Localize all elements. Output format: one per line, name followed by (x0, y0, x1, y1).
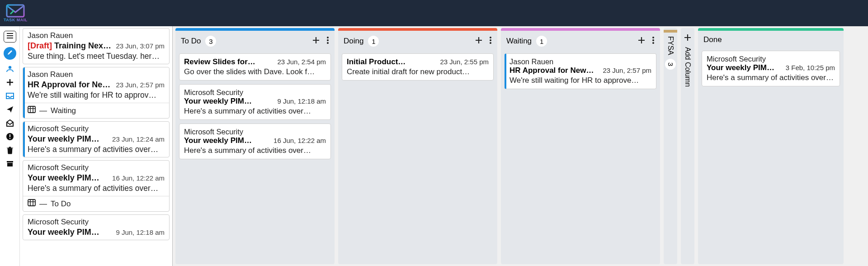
email-item[interactable]: Microsoft Security Your weekly PIM… 23 J… (23, 121, 170, 157)
email-time: 9 Jun, 12:18 am (116, 228, 165, 236)
plus-icon (684, 33, 692, 44)
add-column-button[interactable]: Add Column (681, 28, 694, 264)
email-subject: HR Approval for Ne… (28, 80, 113, 90)
sidebar-alerts[interactable] (5, 132, 14, 141)
card-subject: Your weekly PIM… (184, 97, 274, 106)
column-doing: Doing 1 Initial Product… 23 Jun, 2:55 pm… (338, 28, 497, 264)
card-time: 3 Feb, 10:25 pm (786, 64, 835, 71)
svg-rect-8 (28, 200, 35, 206)
email-from: Jason Rauen (28, 31, 165, 40)
app-header: TASK MAIL (0, 0, 868, 26)
svg-point-16 (652, 39, 654, 41)
email-subject: Your weekly PIM… (28, 228, 113, 237)
svg-point-12 (490, 37, 491, 38)
sidebar-inbox[interactable] (5, 91, 14, 100)
menu-button[interactable] (4, 31, 16, 43)
column-menu-button[interactable] (652, 35, 655, 47)
email-item[interactable]: Jason Rauen [Draft] Training Next… 23 Ju… (23, 28, 170, 64)
card-from: Microsoft Security (184, 88, 326, 97)
card[interactable]: Microsoft Security Your weekly PIM… 16 J… (179, 124, 331, 159)
column-menu-button[interactable] (326, 35, 329, 47)
sidebar-open-envelope[interactable] (5, 119, 14, 128)
card-preview: Here's a summary of activities over… (184, 146, 326, 155)
card-preview: We're still waiting for HR to approve… (509, 76, 651, 85)
kanban-board: To Do 3 Review Slides for… 23 Jun, 2:54 … (173, 26, 868, 266)
compose-button[interactable] (4, 47, 16, 60)
svg-point-15 (652, 37, 654, 38)
column-fysa-collapsed[interactable]: FYSA 3 (664, 28, 677, 264)
email-preview: Here's a summary of activities over… (28, 184, 165, 193)
sidebar (0, 26, 20, 266)
menu-icon (6, 33, 14, 41)
card-subject: Your weekly PIM… (184, 136, 271, 145)
sidebar-sent[interactable] (5, 105, 14, 114)
svg-point-17 (652, 42, 654, 44)
svg-point-9 (327, 37, 329, 38)
email-time: 23 Jun, 2:57 pm (116, 81, 165, 89)
svg-rect-3 (9, 134, 10, 137)
card[interactable]: Microsoft Security Your weekly PIM… 9 Ju… (179, 84, 331, 120)
email-tag-row: — Waiting (23, 103, 169, 118)
email-from: Microsoft Security (28, 124, 165, 133)
email-tag: To Do (51, 200, 71, 209)
email-subject: Your weekly PIM… (28, 134, 109, 144)
svg-rect-5 (7, 161, 13, 162)
email-tag: Waiting (51, 106, 76, 115)
sidebar-add[interactable] (5, 78, 14, 87)
card-preview: Create initial draft for new product… (347, 67, 489, 76)
card[interactable]: Initial Product… 23 Jun, 2:55 pm Create … (342, 53, 494, 81)
email-item[interactable]: Jason Rauen HR Approval for Ne… 23 Jun, … (23, 67, 170, 119)
column-waiting: Waiting 1 Jason Rauen HR Approval for Ne… (501, 28, 660, 264)
svg-rect-6 (7, 163, 13, 166)
sidebar-archive[interactable] (5, 159, 14, 168)
email-item[interactable]: Microsoft Security Your weekly PIM… 9 Ju… (23, 214, 170, 240)
email-time: 23 Jun, 12:24 am (112, 135, 165, 143)
email-subject: Your weekly PIM… (28, 173, 109, 183)
svg-point-10 (327, 39, 329, 41)
card-time: 23 Jun, 2:54 pm (277, 58, 326, 66)
card-time: 23 Jun, 2:57 pm (603, 66, 651, 74)
email-subject: [Draft] Training Next… (28, 41, 113, 51)
card-subject: Your weekly PIM… (707, 63, 783, 72)
email-time: 23 Jun, 3:07 pm (116, 42, 165, 50)
card-from: Microsoft Security (184, 128, 326, 136)
column-menu-button[interactable] (489, 35, 492, 47)
svg-point-14 (490, 42, 491, 44)
column-count: 3 (205, 36, 216, 47)
svg-rect-7 (28, 106, 35, 113)
card-preview: Here's a summary of activities over… (707, 73, 835, 82)
add-card-button[interactable] (475, 35, 483, 47)
card-time: 23 Jun, 2:55 pm (440, 58, 489, 66)
add-card-button[interactable] (312, 35, 320, 47)
card-subject: Initial Product… (347, 57, 437, 66)
svg-point-11 (327, 42, 329, 44)
sidebar-people[interactable] (5, 64, 14, 73)
email-from: Jason Rauen (28, 70, 165, 79)
column-done: Done Microsoft Security Your weekly PIM…… (698, 28, 844, 264)
email-from: Microsoft Security (28, 218, 165, 227)
column-title: FYSA (666, 36, 675, 55)
card-from: Jason Rauen (509, 57, 651, 66)
email-tag-row: — To Do (23, 196, 169, 211)
add-card-button[interactable] (637, 35, 646, 47)
email-item[interactable]: Microsoft Security Your weekly PIM… 16 J… (23, 160, 170, 212)
email-preview: Here's a summary of activities over… (28, 145, 165, 154)
card-time: 9 Jun, 12:18 am (277, 97, 326, 105)
card-from: Microsoft Security (707, 55, 835, 63)
svg-rect-4 (9, 138, 10, 139)
card[interactable]: Microsoft Security Your weekly PIM… 3 Fe… (702, 51, 840, 86)
sidebar-trash[interactable] (5, 146, 14, 155)
board-icon (28, 199, 36, 209)
logo-envelope-icon (6, 4, 25, 18)
draft-badge: [Draft] (28, 41, 52, 50)
card[interactable]: Review Slides for… 23 Jun, 2:54 pm Go ov… (179, 53, 331, 81)
email-preview: Sure thing. Let's meet Tuesday. her… (28, 52, 165, 61)
card[interactable]: Jason Rauen HR Approval for New… 23 Jun,… (505, 53, 656, 89)
column-count: 3 (665, 59, 676, 70)
email-from: Microsoft Security (28, 163, 165, 172)
column-count: 1 (368, 36, 379, 47)
column-todo: To Do 3 Review Slides for… 23 Jun, 2:54 … (175, 28, 335, 264)
add-column-label: Add Column (684, 47, 692, 87)
email-list: Jason Rauen [Draft] Training Next… 23 Ju… (20, 26, 173, 266)
column-count: 1 (536, 36, 547, 47)
